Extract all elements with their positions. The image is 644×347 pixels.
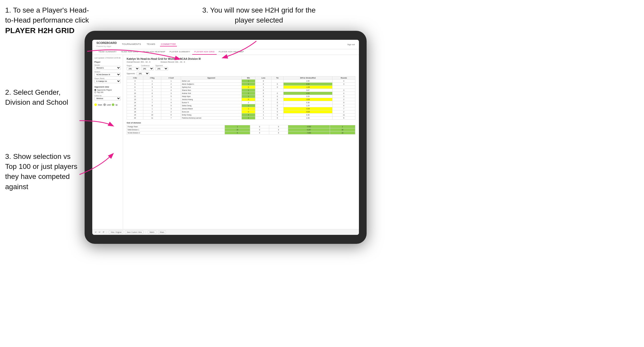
cell-conf: 2: [161, 110, 181, 113]
tablet-screen: SCOREBOARD Powered by clippd TOURNAMENTS…: [92, 40, 359, 235]
cell-win: 2: [242, 117, 255, 120]
radio-dot-opponents: [94, 89, 96, 91]
subnav-player-summary[interactable]: PLAYER SUMMARY: [167, 49, 192, 55]
col-diff: Diff Av Strokes/Rnd: [283, 76, 333, 80]
sign-out[interactable]: Sign out: [347, 43, 355, 46]
cell-rounds: 3: [333, 89, 355, 92]
opponent-filter: Opponent (All): [155, 65, 168, 70]
ood-rounds: 10: [330, 131, 355, 134]
ood-diff: 7.400: [288, 131, 330, 134]
region-select[interactable]: (All): [127, 67, 139, 70]
col-div: # Div: [127, 76, 143, 80]
gender-select[interactable]: Women's: [94, 66, 121, 70]
table-row: 11 2 5 Heejo Hyun 1 0 0 3.33 3: [127, 95, 355, 98]
col-rounds: Rounds: [333, 76, 355, 80]
cell-conf: 3: [161, 92, 181, 95]
step1-text: 1. To see a Player's Head-to-Head perfor…: [5, 6, 89, 24]
radio-top100[interactable]: Top 100: [94, 91, 121, 93]
cell-opponent: Federica Domecq Lacroze: [181, 117, 242, 120]
cell-reg: 1: [143, 80, 161, 83]
view-original-btn[interactable]: View: Original: [109, 230, 123, 234]
radio-opponents-played[interactable]: Opponents Played: [94, 89, 121, 91]
cell-conf: 5: [161, 104, 181, 107]
cell-loss: 2: [255, 107, 271, 110]
cell-conf: 7: [161, 117, 181, 120]
opponent-select[interactable]: (All): [155, 67, 168, 70]
save-custom-btn[interactable]: Save Custom View: [125, 230, 143, 234]
ood-loss: 0: [250, 128, 269, 131]
cell-opponent: Emily Chang: [181, 113, 242, 117]
cell-win: 1: [242, 107, 255, 110]
cell-tie: 0: [271, 95, 283, 98]
redo-icon[interactable]: ↩: [99, 231, 100, 233]
radio-label-top100: Top 100: [97, 91, 103, 93]
subnav-player-h2h-grid[interactable]: PLAYER H2H GRID: [192, 49, 217, 55]
cell-tie: 0: [271, 110, 283, 113]
cell-rounds: 3: [333, 83, 355, 86]
cell-div: 14: [127, 101, 143, 104]
colour-legend: Down Level Up: [94, 103, 121, 106]
colour-by-select[interactable]: Win/loss: [94, 97, 121, 100]
ood-table-row: NAIA Division 1 15 0 0 9.267 30: [127, 128, 355, 131]
subnav-player-h2h-heatmap[interactable]: PLAYER H2H HEATMAP: [217, 49, 246, 55]
cell-diff: -5.00: [283, 110, 333, 113]
main-record: Overall Record: 353 - 34 - 6 Division Re…: [127, 61, 355, 63]
opponents-filter-select[interactable]: (All): [137, 72, 149, 75]
subnav-team-h2h-grid[interactable]: TEAM H2H GRID: [119, 49, 140, 55]
cell-div: 9: [127, 89, 143, 92]
player-select[interactable]: 8. Katelyn Vo: [94, 79, 121, 83]
step1-bold: PLAYER H2H GRID: [5, 26, 75, 35]
step2-text: 2. Select Gender, Division and School: [5, 88, 68, 106]
cell-reg: 1: [143, 107, 161, 110]
table-row: 10 6 3 Andrea York 2 0 0 4.00 4: [127, 92, 355, 95]
cell-rounds: 4: [333, 104, 355, 107]
ood-rounds: 2: [330, 125, 355, 128]
conference-label: Conference: [141, 65, 154, 66]
nav-tournaments[interactable]: TOURNAMENTS: [121, 42, 142, 46]
col-loss: Loss: [255, 76, 271, 80]
instruction-step2: 2. Select Gender, Division and School: [5, 87, 79, 107]
cell-opponent: Jessica Mason: [181, 107, 242, 110]
subnav-team-summary[interactable]: TEAM SUMMARY: [96, 49, 119, 55]
nav-teams[interactable]: TEAMS: [146, 42, 156, 46]
cell-tie: 0: [271, 83, 283, 86]
table-row: 15 8 5 Stella Cheng 1 0 0 1.25 4: [127, 104, 355, 107]
cell-rounds: 6: [333, 117, 355, 120]
cell-loss: 0: [255, 95, 271, 98]
opponents-label: Opponents:: [127, 73, 135, 74]
cell-opponent: Sydney Kuo: [181, 86, 242, 89]
cell-reg: 3: [143, 86, 161, 89]
main-title: Katelyn Vo Head-to-Head Grid for Women's…: [127, 57, 355, 60]
subnav-team-h2h-heatmap[interactable]: TEAM H2H HEATMAP: [140, 49, 167, 55]
cell-loss: 2: [255, 101, 271, 104]
legend-down-label: Down: [98, 104, 102, 106]
cell-reg: 2: [143, 83, 161, 86]
cell-rounds: 2: [333, 98, 355, 101]
cell-rounds: [333, 86, 355, 89]
cell-tie: 0: [271, 107, 283, 110]
cell-win: 1: [242, 104, 255, 107]
cell-conf: 5: [161, 95, 181, 98]
col-conf: # Conf: [161, 76, 181, 80]
cell-diff: 0.30: [283, 113, 333, 117]
instruction-step3: 3. You will now see H2H grid for the pla…: [195, 5, 323, 25]
undo2-icon[interactable]: ↺: [103, 231, 104, 233]
watch-btn[interactable]: Watch: [148, 230, 156, 234]
cell-div: 5: [127, 83, 143, 86]
cell-conf: 4: [161, 89, 181, 92]
ood-tie: 0: [269, 128, 288, 131]
cell-tie: [271, 80, 283, 83]
cell-loss: 1: [255, 110, 271, 113]
opponent-label: Opponent: [155, 65, 168, 66]
conference-select[interactable]: (All): [141, 67, 154, 70]
share-btn[interactable]: Share: [158, 230, 166, 234]
division-select[interactable]: NCAA Division III: [94, 73, 121, 76]
ood-table-row: NCAA Division 2 5 0 0 7.400 10: [127, 131, 355, 134]
undo-icon[interactable]: ↩: [95, 231, 97, 233]
cell-div: 15: [127, 104, 143, 107]
legend-up-label: Up: [115, 104, 117, 106]
nav-committee[interactable]: COMMITTEE: [160, 42, 177, 46]
cell-conf: 1: [161, 98, 181, 101]
cell-diff: -3.00: [283, 98, 333, 101]
cell-rounds: 2: [333, 110, 355, 113]
